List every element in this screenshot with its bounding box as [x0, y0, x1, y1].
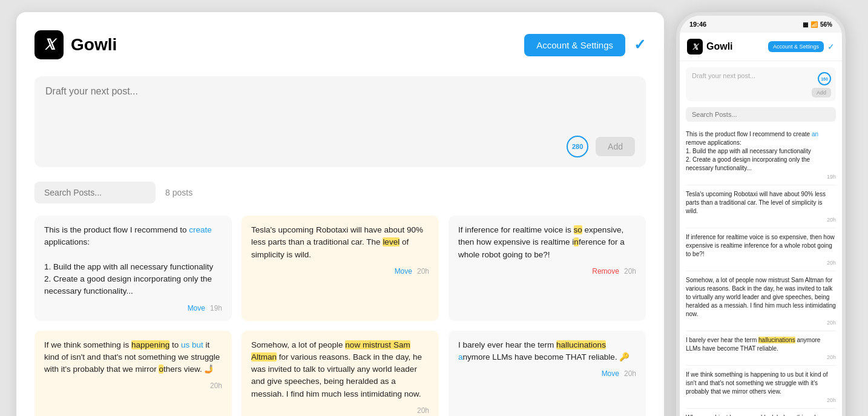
mobile-logo-icon: 𝕏: [692, 42, 698, 51]
mobile-time: 19:46: [689, 21, 706, 28]
post-card: Somehow, a lot of people now mistrust Sa…: [242, 331, 439, 417]
post-time: 20h: [624, 267, 636, 276]
search-input[interactable]: [35, 182, 156, 203]
logo-box: 𝕏: [35, 30, 64, 59]
logo-icon: 𝕏: [44, 36, 55, 53]
mobile-account-button[interactable]: Account & Settings: [768, 41, 824, 52]
mobile-post-time: 20h: [686, 397, 836, 403]
posts-grid: This is the product flow I recommend to …: [35, 216, 646, 416]
mobile-post-body: 1. Build the app with all necessary func…: [686, 147, 836, 173]
post-card: I barely ever hear the term hallucinatio…: [449, 331, 646, 417]
mobile-post-header: This is the product flow I recommend to …: [686, 130, 836, 147]
mobile-post-text: If inference for realtime voice is so ex…: [686, 233, 836, 259]
post-count: 8 posts: [165, 188, 192, 197]
mobile-post-item: If inference for realtime voice is so ex…: [686, 228, 836, 271]
mobile-status-bar: 19:46 ▦ 📶 56%: [680, 16, 842, 33]
wifi-icon: 📶: [810, 21, 818, 28]
post-time: 20h: [210, 381, 222, 390]
mobile-post-text: This is the product flow I recommend to …: [686, 130, 836, 147]
remove-action[interactable]: Remove: [592, 267, 619, 276]
post-text: If we think something is happening to us…: [44, 339, 222, 376]
mobile-post-item: I barely ever hear the term hallucinatio…: [686, 331, 836, 366]
mobile-post-text: I barely ever hear the term hallucinatio…: [686, 336, 836, 353]
main-panel: 𝕏 Gowli Account & Settings ✓ 280 Add 8 p…: [16, 12, 664, 416]
post-text: Somehow, a lot of people now mistrust Sa…: [251, 339, 429, 400]
mobile-draft-placeholder[interactable]: Draft your next post...: [692, 72, 830, 79]
post-footer: 20h: [44, 381, 222, 390]
char-counter: 280: [567, 136, 588, 157]
mobile-post-time: 20h: [686, 217, 836, 223]
post-card: This is the product flow I recommend to …: [35, 216, 232, 321]
mobile-post-time: 20h: [686, 320, 836, 326]
post-text: I barely ever hear the term hallucinatio…: [458, 339, 636, 364]
battery-label: 56%: [820, 21, 832, 28]
mobile-post-text: Somehow, a lot of people now mistrust Sa…: [686, 276, 836, 319]
check-icon[interactable]: ✓: [634, 36, 646, 53]
mobile-post-time: 19h: [686, 174, 836, 180]
signal-icon: ▦: [803, 21, 808, 28]
post-footer: 20h: [251, 406, 429, 415]
move-action[interactable]: Move: [602, 369, 619, 378]
mobile-post-item: Somehow, a lot of people now mistrust Sa…: [686, 271, 836, 331]
post-time: 20h: [624, 369, 636, 378]
mobile-logo: 𝕏: [687, 39, 703, 54]
add-button[interactable]: Add: [596, 137, 635, 156]
mobile-draft-area: Draft your next post... 160 Add: [686, 67, 836, 101]
mobile-search-input[interactable]: [686, 107, 836, 122]
mobile-post-list: This is the product flow I recommend to …: [680, 125, 842, 416]
post-time: 20h: [417, 267, 429, 276]
draft-footer: 280 Add: [45, 136, 635, 157]
mobile-post-text: When an object becomes a black hole noth…: [686, 414, 836, 416]
screen-wrapper: 𝕏 Gowli Account & Settings ✓ 280 Add 8 p…: [16, 12, 852, 416]
app-title: Gowli: [71, 35, 524, 54]
draft-textarea[interactable]: [45, 86, 635, 128]
mobile-post-item: If we think something is happening to us…: [686, 366, 836, 409]
mobile-check-icon[interactable]: ✓: [827, 42, 835, 51]
post-time: 20h: [417, 406, 429, 415]
mobile-app-title: Gowli: [706, 41, 764, 52]
mobile-post-item: Tesla's upcoming Robotaxi will have abou…: [686, 185, 836, 228]
post-card: If we think something is happening to us…: [35, 331, 232, 417]
account-settings-button[interactable]: Account & Settings: [524, 34, 625, 56]
mobile-char-counter: 160: [818, 72, 831, 85]
mobile-panel: 19:46 ▦ 📶 56% 𝕏 Gowli Account & Settings…: [676, 12, 846, 416]
mobile-post-time: 20h: [686, 260, 836, 266]
post-footer: Move 20h: [458, 369, 636, 378]
mobile-post-item: This is the product flow I recommend to …: [686, 125, 836, 185]
move-action[interactable]: Move: [395, 267, 412, 276]
post-footer: Move 19h: [44, 304, 222, 312]
mobile-header: 𝕏 Gowli Account & Settings ✓: [680, 33, 842, 61]
draft-area: 280 Add: [35, 76, 646, 167]
post-text: This is the product flow I recommend to …: [44, 224, 222, 298]
mobile-status-right: ▦ 📶 56%: [803, 21, 832, 28]
post-card: If inference for realtime voice is so ex…: [449, 216, 646, 321]
post-footer: Remove 20h: [458, 267, 636, 276]
post-text: If inference for realtime voice is so ex…: [458, 224, 636, 261]
search-row: 8 posts: [35, 182, 646, 203]
mobile-post-text: If we think something is happening to us…: [686, 371, 836, 396]
mobile-post-item: When an object becomes a black hole noth…: [686, 409, 836, 416]
move-action[interactable]: Move: [188, 304, 205, 312]
mobile-post-time: 20h: [686, 354, 836, 360]
post-footer: Move 20h: [251, 267, 429, 276]
post-time: 19h: [210, 304, 222, 312]
mobile-add-button[interactable]: Add: [812, 88, 831, 97]
header: 𝕏 Gowli Account & Settings ✓: [35, 30, 646, 59]
mobile-post-text: Tesla's upcoming Robotaxi will have abou…: [686, 190, 836, 216]
post-card: Tesla's upcoming Robotaxi will have abou…: [242, 216, 439, 321]
post-text: Tesla's upcoming Robotaxi will have abou…: [251, 224, 429, 261]
